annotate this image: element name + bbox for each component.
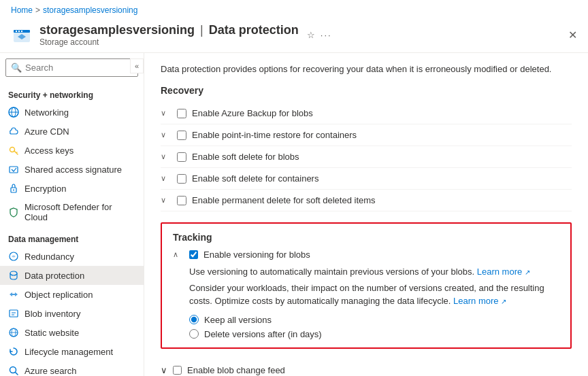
option-soft-delete-containers: ∨ Enable soft delete for containers xyxy=(161,168,572,190)
versioning-note-learn-more-link[interactable]: Learn more xyxy=(453,296,498,306)
content-area: Data protection provides options for rec… xyxy=(144,53,588,376)
networking-icon xyxy=(8,107,19,118)
radio-delete-after-input[interactable] xyxy=(189,329,199,339)
versioning-description: Use versioning to automatically maintain… xyxy=(189,265,559,279)
sidebar-section-security: Security + networking xyxy=(0,82,144,103)
close-button[interactable]: ✕ xyxy=(568,29,577,41)
more-icon[interactable]: ··· xyxy=(321,30,332,40)
svg-rect-14 xyxy=(10,310,18,317)
header-text: storagesamplesversioning | Data protecti… xyxy=(39,23,299,47)
option-azure-backup: ∨ Enable Azure Backup for blobs xyxy=(161,103,572,124)
chevron-point-in-time[interactable]: ∨ xyxy=(161,131,172,139)
breadcrumb-current[interactable]: storagesamplesversioning xyxy=(43,5,137,15)
sidebar-item-azure-search[interactable]: Azure search xyxy=(0,361,144,376)
header-actions: ☆ ··· xyxy=(307,30,332,40)
resource-type: Storage account xyxy=(39,37,299,47)
breadcrumb: Home > storagesamplesversioning xyxy=(0,0,588,20)
sidebar-collapse-button[interactable]: « xyxy=(130,58,144,73)
option-point-in-time: ∨ Enable point-in-time restore for conta… xyxy=(161,124,572,146)
redundancy-icon xyxy=(8,251,19,262)
blob-inventory-label: Blob inventory xyxy=(24,309,80,319)
sidebar-item-static-website[interactable]: Static website xyxy=(0,323,144,342)
checkbox-versioning[interactable] xyxy=(189,250,198,259)
page-header: storagesamplesversioning | Data protecti… xyxy=(0,20,588,53)
versioning-row: ∧ Enable versioning for blobs xyxy=(173,250,559,260)
checkbox-permanent-delete[interactable] xyxy=(177,196,186,205)
sidebar-item-blob-inventory[interactable]: Blob inventory xyxy=(0,304,144,323)
page-title: Data protection xyxy=(209,23,299,37)
search-input[interactable] xyxy=(5,58,138,77)
permanent-delete-label: Enable permanent delete for soft deleted… xyxy=(192,195,376,205)
defender-icon xyxy=(8,207,19,218)
static-website-icon xyxy=(8,327,19,338)
encryption-label: Encryption xyxy=(24,184,66,194)
defender-label: Microsoft Defender for Cloud xyxy=(24,202,135,222)
delete-after-label: Delete versions after (in days) xyxy=(204,329,322,339)
versioning-learn-more-link[interactable]: Learn more xyxy=(477,267,522,277)
shared-access-label: Shared access signature xyxy=(24,165,122,175)
external-link-icon-2: ↗ xyxy=(501,298,506,305)
lifecycle-label: Lifecycle management xyxy=(24,347,113,357)
sidebar-item-networking[interactable]: Networking xyxy=(0,103,144,122)
checkbox-azure-backup[interactable] xyxy=(177,109,186,118)
chevron-blob-change-feed[interactable]: ∨ xyxy=(161,365,167,375)
azure-backup-label: Enable Azure Backup for blobs xyxy=(192,108,313,118)
recovery-section-title: Recovery xyxy=(161,85,572,96)
checkbox-blob-change-feed[interactable] xyxy=(173,366,182,375)
key-icon xyxy=(8,145,19,156)
search-icon: 🔍 xyxy=(11,63,22,73)
page-description: Data protection provides options for rec… xyxy=(161,64,572,74)
access-keys-label: Access keys xyxy=(24,146,74,156)
chevron-soft-delete-blobs[interactable]: ∨ xyxy=(161,152,172,161)
soft-delete-containers-label: Enable soft delete for containers xyxy=(192,173,318,184)
option-soft-delete-blobs: ∨ Enable soft delete for blobs xyxy=(161,146,572,168)
svg-point-2 xyxy=(16,30,17,31)
sidebar-item-lifecycle[interactable]: Lifecycle management xyxy=(0,342,144,361)
svg-point-13 xyxy=(10,271,17,275)
sidebar-item-azure-cdn[interactable]: Azure CDN xyxy=(0,122,144,141)
versioning-note: Consider your workloads, their impact on… xyxy=(189,281,559,308)
cdn-icon xyxy=(8,126,19,137)
azure-search-label: Azure search xyxy=(24,366,77,376)
versioning-label: Enable versioning for blobs xyxy=(203,250,310,260)
sidebar-item-access-keys[interactable]: Access keys xyxy=(0,141,144,160)
svg-point-3 xyxy=(18,30,20,31)
checkbox-soft-delete-containers[interactable] xyxy=(177,174,186,184)
chevron-versioning[interactable]: ∧ xyxy=(173,250,184,259)
sidebar: 🔍 « Security + networking Networking Azu… xyxy=(0,53,144,376)
data-protection-label: Data protection xyxy=(24,271,84,281)
breadcrumb-separator: > xyxy=(35,5,40,15)
svg-line-21 xyxy=(16,373,18,375)
sidebar-item-object-replication[interactable]: Object replication xyxy=(0,285,144,304)
chevron-soft-delete-containers[interactable]: ∨ xyxy=(161,174,172,183)
point-in-time-label: Enable point-in-time restore for contain… xyxy=(192,130,357,140)
chevron-azure-backup[interactable]: ∨ xyxy=(161,109,172,118)
sidebar-section-data-mgmt: Data management xyxy=(0,226,144,247)
tracking-section: Tracking ∧ Enable versioning for blobs U… xyxy=(161,222,572,349)
object-replication-icon xyxy=(8,289,19,300)
chevron-permanent-delete[interactable]: ∨ xyxy=(161,196,172,205)
soft-delete-blobs-label: Enable soft delete for blobs xyxy=(192,152,299,162)
object-replication-label: Object replication xyxy=(24,290,93,300)
svg-point-4 xyxy=(21,30,22,31)
radio-keep-all-input[interactable] xyxy=(189,315,199,324)
breadcrumb-home[interactable]: Home xyxy=(11,5,33,15)
sidebar-item-data-protection[interactable]: Data protection xyxy=(0,266,144,285)
sidebar-item-encryption[interactable]: Encryption xyxy=(0,179,144,198)
option-blob-change-feed: ∨ Enable blob change feed xyxy=(161,360,572,377)
radio-delete-after: Delete versions after (in days) xyxy=(189,329,559,339)
signature-icon xyxy=(8,164,19,175)
cdn-label: Azure CDN xyxy=(24,126,69,137)
external-link-icon-1: ↗ xyxy=(525,269,530,276)
checkbox-soft-delete-blobs[interactable] xyxy=(177,152,186,162)
svg-point-11 xyxy=(13,190,14,191)
star-icon[interactable]: ☆ xyxy=(307,30,315,40)
tracking-title: Tracking xyxy=(173,232,559,243)
checkbox-point-in-time[interactable] xyxy=(177,131,186,140)
static-website-label: Static website xyxy=(24,328,79,338)
sidebar-item-defender[interactable]: Microsoft Defender for Cloud xyxy=(0,198,144,226)
sidebar-item-redundancy[interactable]: Redundancy xyxy=(0,247,144,266)
redundancy-label: Redundancy xyxy=(24,252,74,262)
sidebar-item-shared-access[interactable]: Shared access signature xyxy=(0,160,144,179)
resource-name: storagesamplesversioning xyxy=(39,23,195,37)
